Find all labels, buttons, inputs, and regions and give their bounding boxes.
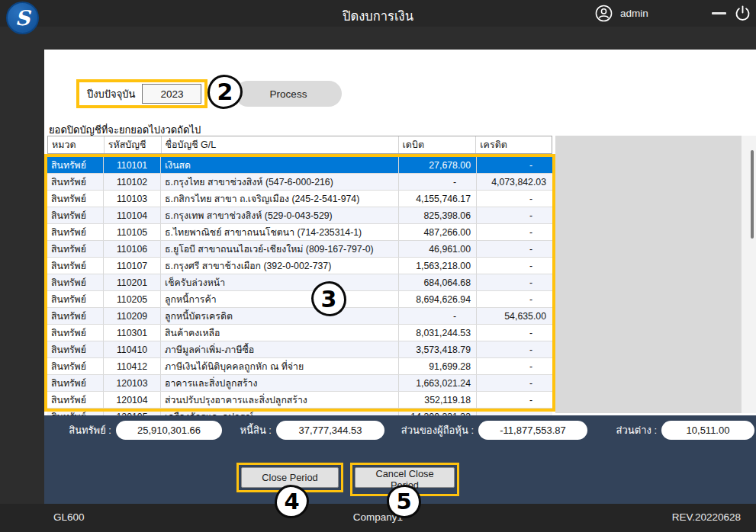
logo-letter: S (15, 6, 31, 30)
cell-debit: 14,300,331.33 (399, 409, 477, 415)
summary-equity: ส่วนของผู้ถือหุ้น : -11,877,553.87 (397, 421, 587, 440)
cell-category: สินทรัพย์ (47, 207, 104, 223)
table-row[interactable]: สินทรัพย์110107ธ.กรุงศรี สาขาช้างเผือก (… (47, 258, 552, 274)
step-3-badge: 3 (311, 281, 346, 316)
cell-debit: 91,699.28 (399, 358, 477, 374)
table-row[interactable]: สินทรัพย์110209ลูกหนี้บัตรเครดิต-54,635.… (47, 308, 552, 325)
cell-debit: 46,961.00 (399, 241, 477, 257)
cell-debit: 4,155,746.17 (399, 191, 477, 207)
app-window: ปิดงบการเงิน admin S ปีงบปัจจุบัน (0, 0, 756, 532)
liabilities-value: 37,777,344.53 (276, 421, 384, 440)
table-row[interactable]: สินทรัพย์110205ลูกหนี้การค้า8,694,626.94… (47, 291, 552, 308)
cell-code: 110106 (104, 241, 161, 257)
cell-code: 110104 (104, 207, 161, 223)
table-row[interactable]: สินทรัพย์110410ภาษีมูลค่าเพิ่ม-ภาษีซื้อ3… (47, 341, 552, 358)
cell-name: เงินสด (161, 157, 399, 173)
cell-code: 110410 (104, 341, 161, 357)
table-row[interactable]: สินทรัพย์110412ภาษีเงินได้นิติบุคคลถูกหั… (47, 358, 552, 375)
cell-debit: 684,064.68 (399, 274, 477, 290)
assets-label: สินทรัพย์ : (67, 422, 111, 438)
cell-name: เครื่องจักรและอุปกรณ์ (161, 409, 399, 415)
cell-credit: - (477, 325, 552, 341)
cell-name: ลูกหนี้บัตรเครดิต (161, 308, 399, 324)
cell-category: สินทรัพย์ (47, 308, 104, 324)
cell-credit: - (477, 341, 552, 357)
table-row[interactable]: สินทรัพย์110102ธ.กรุงไทย สาขาช่วงสิงห์ (… (47, 174, 552, 191)
cell-credit: - (477, 224, 552, 240)
column-header-name[interactable]: ชื่อบัญชี G/L (162, 136, 399, 153)
table-row[interactable]: สินทรัพย์110201เช็ครับล่วงหน้า684,064.68… (47, 274, 552, 291)
cell-name: ธ.กสิกรไทย สาขา ถ.เจริญเมือง (245-2-541-… (161, 191, 399, 207)
cell-category: สินทรัพย์ (47, 341, 104, 357)
table-row[interactable]: สินทรัพย์110301สินค้าคงเหลือ8,031,244.53… (47, 325, 552, 341)
content-panel: ปีงบปัจจุบัน Process ยอดปิดบัญชีที่จะยกย… (44, 50, 756, 415)
cell-name: ธ.กรุงไทย สาขาช่วงสิงห์ (547-6-000-216) (161, 174, 399, 190)
cell-code: 110105 (104, 224, 161, 240)
table-row[interactable]: สินทรัพย์110101เงินสด27,678.00- (47, 157, 552, 174)
cell-category: สินทรัพย์ (47, 258, 104, 274)
column-header-debit[interactable]: เดบิต (399, 136, 477, 153)
scrollbar-thumb[interactable] (751, 150, 754, 239)
equity-label: ส่วนของผู้ถือหุ้น : (397, 422, 474, 438)
cell-name: ภาษีมูลค่าเพิ่ม-ภาษีซื้อ (161, 341, 399, 357)
cell-category: สินทรัพย์ (47, 224, 104, 240)
process-button[interactable]: Process (235, 81, 342, 107)
cell-category: สินทรัพย์ (47, 325, 104, 341)
cell-name: เช็ครับล่วงหน้า (161, 274, 399, 290)
minimize-button[interactable] (712, 12, 726, 14)
cell-code: 110301 (104, 325, 161, 341)
cell-category: สินทรัพย์ (47, 157, 104, 173)
equity-value: -11,877,553.87 (478, 421, 587, 440)
fiscal-year-highlight-box: ปีงบปัจจุบัน (76, 79, 207, 108)
cell-credit: - (477, 207, 552, 223)
cell-category: สินทรัพย์ (47, 375, 104, 391)
cell-credit: - (477, 191, 552, 207)
cell-code: 120104 (104, 392, 161, 408)
cell-credit: - (477, 258, 552, 274)
cell-credit: - (477, 375, 552, 391)
cell-debit: 825,398.06 (399, 207, 477, 223)
table-row[interactable]: สินทรัพย์120104ส่วนปรับปรุงอาคารและสิ่งป… (47, 392, 552, 409)
cell-code: 110209 (104, 308, 161, 324)
cell-debit: 3,573,418.79 (399, 341, 477, 357)
cell-credit: - (477, 291, 552, 307)
table-row[interactable]: สินทรัพย์110105ธ.ไทยพาณิชย์ สาขาถนนโชตนา… (47, 224, 552, 241)
power-button[interactable] (734, 5, 751, 22)
column-header-code[interactable]: รหัสบัญชี (105, 136, 162, 153)
table-row[interactable]: สินทรัพย์110104ธ.กรุงเทพ สาขาช่วงสิงห์ (… (47, 207, 552, 224)
table-row[interactable]: สินทรัพย์110103ธ.กสิกรไทย สาขา ถ.เจริญเม… (47, 191, 552, 207)
difference-label: ส่วนต่าง : (607, 422, 657, 438)
cell-code: 110102 (104, 174, 161, 190)
table-row[interactable]: สินทรัพย์110106ธ.ยูโอบี สาขาถนนไฮเวย์-เช… (47, 241, 552, 258)
column-header-credit[interactable]: เครดิต (476, 136, 552, 153)
cell-credit: - (477, 392, 552, 408)
user-chip[interactable]: admin (595, 5, 648, 22)
table-row[interactable]: สินทรัพย์120103อาคารและสิ่งปลูกสร้าง1,66… (47, 375, 552, 392)
cell-credit: - (477, 409, 552, 415)
cell-category: สินทรัพย์ (47, 358, 104, 374)
cell-name: ธ.ไทยพาณิชย์ สาขาถนนโชตนา (714-235314-1) (161, 224, 399, 240)
cell-code: 110412 (104, 358, 161, 374)
fiscal-year-input[interactable] (142, 84, 201, 104)
cell-category: สินทรัพย์ (47, 174, 104, 190)
cell-category: สินทรัพย์ (47, 409, 104, 415)
cell-name: ส่วนปรับปรุงอาคารและสิ่งปลูกสร้าง (161, 392, 399, 408)
cell-name: ธ.ยูโอบี สาขาถนนไฮเวย์-เชียงใหม่ (809-16… (161, 241, 399, 257)
cell-code: 110103 (104, 191, 161, 207)
summary-liabilities: หนี้สิน : 37,777,344.53 (236, 421, 384, 440)
cell-credit: - (477, 241, 552, 257)
vertical-scrollbar[interactable] (742, 136, 756, 413)
cell-category: สินทรัพย์ (47, 274, 104, 290)
cell-name: ลูกหนี้การค้า (161, 291, 399, 307)
summary-difference: ส่วนต่าง : 10,511.00 (607, 421, 754, 440)
cell-credit: - (477, 274, 552, 290)
fiscal-year-label: ปีงบปัจจุบัน (87, 86, 135, 102)
cell-name: อาคารและสิ่งปลูกสร้าง (161, 375, 399, 391)
cell-debit: 352,119.18 (399, 392, 477, 408)
table-row[interactable]: สินทรัพย์120105เครื่องจักรและอุปกรณ์14,3… (47, 409, 552, 415)
column-header-category[interactable]: หมวด (48, 136, 105, 153)
cell-name: ธ.กรุงศรี สาขาช้างเผือก (392-0-002-737) (161, 258, 399, 274)
username-label: admin (620, 8, 648, 19)
app-logo: S (6, 2, 39, 34)
company-name: Company1 (0, 511, 756, 523)
